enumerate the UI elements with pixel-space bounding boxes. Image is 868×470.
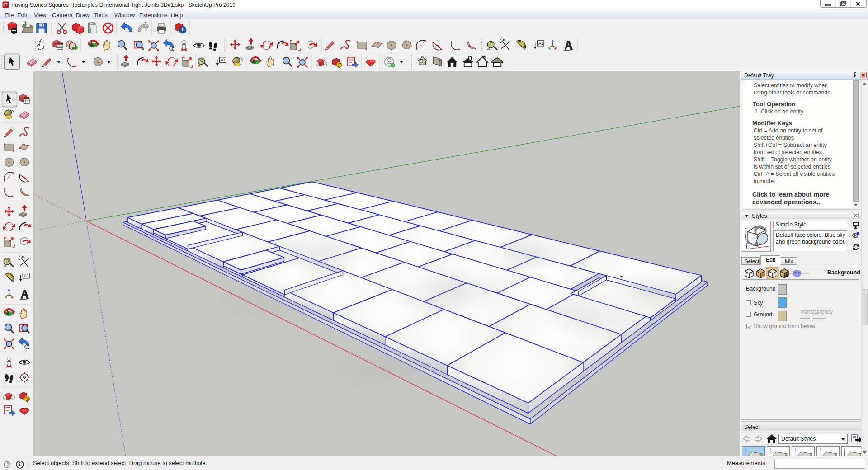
svg-text:A1: A1 — [538, 41, 543, 46]
svg-text:A1: A1 — [24, 273, 29, 278]
svg-text:b: b — [22, 255, 24, 259]
svg-text:A1: A1 — [221, 58, 226, 62]
svg-text:b: b — [503, 38, 505, 42]
